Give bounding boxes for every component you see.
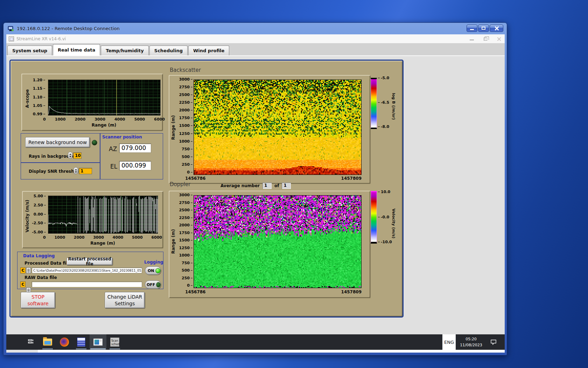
tick-label: 2.50 xyxy=(34,203,46,207)
tick-label: 1000 xyxy=(55,117,66,122)
velocity-plot xyxy=(48,196,158,234)
tick-label: -8.0 xyxy=(378,124,389,129)
change-lidar-settings-button[interactable]: Change LiDAR Settings xyxy=(105,292,145,308)
tab-real-time-data[interactable]: Real time data xyxy=(53,44,100,55)
data-logging-box: Data Logging Processed Data file Restart… xyxy=(17,252,163,289)
tab-system-setup[interactable]: System setup xyxy=(7,46,52,55)
remote-desktop-icon xyxy=(8,26,14,32)
velocity-x-axis-label: Range (m) xyxy=(48,241,158,246)
tick-label: 6000 xyxy=(154,117,165,122)
raw-logging-toggle[interactable]: OFF xyxy=(145,280,161,289)
stop-software-button[interactable]: STOP software xyxy=(21,292,55,308)
restart-processed-file-button[interactable]: Restart processed file xyxy=(66,258,113,265)
tick-label: 1750 xyxy=(179,231,192,235)
rdp-window: 192.168.0.122 - Remote Desktop Connectio… xyxy=(3,22,507,355)
backscatter-groupbox: Range (m) 300027502500225020001750150012… xyxy=(169,75,370,184)
tick-label: 2500 xyxy=(179,208,192,212)
close-button[interactable] xyxy=(490,25,503,32)
tab-wind-profile[interactable]: Wind profile xyxy=(188,46,229,55)
tick-label: 3000 xyxy=(179,193,192,197)
processed-drive-selector[interactable]: C xyxy=(20,267,26,273)
el-label: EL xyxy=(110,163,117,170)
tick-label: 1250 xyxy=(179,131,192,136)
tab-page: A-scope 1.201.151.101.050.99 01000200030… xyxy=(6,55,505,334)
tick-label: 1.05 xyxy=(33,103,45,108)
snr-spinner[interactable] xyxy=(74,167,78,174)
snr-value[interactable]: 1 xyxy=(79,168,92,174)
raw-data-file-label: RAW Data file xyxy=(24,275,57,280)
tick-label: 750 xyxy=(182,147,192,151)
rays-spinner[interactable] xyxy=(68,152,72,159)
scansched-line2: sched xyxy=(111,343,119,346)
tick-label: 0.00 xyxy=(34,212,46,217)
app-close-icon[interactable] xyxy=(497,37,501,41)
tick-label: 10.0 xyxy=(378,190,392,194)
remote-desktop-screen: StreamLine XR v14-6.vi System setup Real… xyxy=(6,34,505,353)
tab-scheduling[interactable]: Scheduling xyxy=(149,46,188,55)
logging-label: Logging xyxy=(144,260,163,265)
velocity-canvas xyxy=(48,196,158,233)
clock-date: 11/08/2023 xyxy=(456,342,486,348)
language-indicator[interactable]: ENG xyxy=(442,334,456,350)
average-number-value[interactable]: 1 xyxy=(262,183,272,189)
processed-data-file-label: Processed Data file xyxy=(24,261,70,266)
tick-label: -5.00 xyxy=(32,230,46,234)
tab-temp-humidity[interactable]: Temp/humidity xyxy=(101,46,149,55)
tick-label: 1.10 xyxy=(33,95,45,100)
tick-label: 1500 xyxy=(179,123,192,128)
scan-scheduler-icon: Scan sched xyxy=(110,338,119,347)
tick-label: 2000 xyxy=(74,235,85,240)
hidden-taskbar-strip xyxy=(38,350,505,353)
blue-document-app-button[interactable] xyxy=(73,334,90,350)
doppler-x-start: 1456786 xyxy=(185,289,205,294)
app-minimize-icon[interactable] xyxy=(470,40,474,40)
app-restore-icon[interactable] xyxy=(484,38,487,41)
tick-label: 2500 xyxy=(179,93,192,97)
clock[interactable]: 05:20 11/08/2023 xyxy=(456,336,486,348)
active-window-app-button[interactable] xyxy=(90,334,106,350)
minimize-button[interactable] xyxy=(467,25,477,32)
file-explorer-button[interactable] xyxy=(39,334,56,350)
close-icon xyxy=(495,26,499,30)
rdp-titlebar[interactable]: 192.168.0.122 - Remote Desktop Connectio… xyxy=(6,23,504,34)
processed-path-field[interactable]: C:\Lidar\Data\Proc\2023\202308\20230811\… xyxy=(31,267,142,273)
tick-label: 5.00 xyxy=(34,194,46,198)
notification-button[interactable] xyxy=(486,339,500,345)
el-value-field[interactable]: 000.099 xyxy=(119,161,151,170)
renew-background-button[interactable]: Renew background now xyxy=(25,137,90,148)
app-titlebar[interactable]: StreamLine XR v14-6.vi xyxy=(6,34,505,43)
tick-label: 0 xyxy=(43,235,46,240)
average-number-total: 1 xyxy=(282,183,291,189)
blue-document-app-icon xyxy=(77,338,85,347)
scanner-position-box: Scanner position AZ 079.000 EL 000.099 xyxy=(100,133,163,179)
az-value-field[interactable]: 079.000 xyxy=(119,143,151,153)
stop-line2: software xyxy=(27,300,48,307)
scan-scheduler-button[interactable]: Scan sched xyxy=(106,334,123,350)
tick-label: 1.15 xyxy=(33,86,45,91)
desktop: 192.168.0.122 - Remote Desktop Connectio… xyxy=(0,0,588,368)
raw-path-field[interactable] xyxy=(31,281,142,287)
firefox-button[interactable] xyxy=(56,334,73,350)
data-logging-title: Data Logging xyxy=(23,253,55,258)
average-number-row: Average number 1 of 1 xyxy=(220,183,291,189)
tick-label: -10.0 xyxy=(378,240,392,244)
off-label: OFF xyxy=(147,282,155,287)
task-view-button[interactable] xyxy=(22,334,39,350)
tick-label: 250 xyxy=(182,162,192,167)
maximize-button[interactable] xyxy=(478,25,489,32)
raw-drive-selector[interactable]: C xyxy=(20,281,26,287)
processed-browse-icon[interactable] xyxy=(26,267,31,273)
doppler-y-axis-label: Range (m) xyxy=(171,219,176,264)
tick-label: 2750 xyxy=(179,200,192,205)
ascope-canvas xyxy=(48,80,160,115)
rays-value[interactable]: 10 xyxy=(73,152,82,159)
tick-label: 5000 xyxy=(134,117,145,122)
change-line2: Settings xyxy=(115,300,135,307)
backscatter-y-ticks: 3000275025002250200017501500125010007505… xyxy=(176,77,192,175)
tick-label: 4000 xyxy=(114,117,125,122)
ascope-plot xyxy=(48,80,161,116)
processed-logging-toggle[interactable]: ON xyxy=(145,266,161,275)
file-explorer-icon xyxy=(43,339,52,346)
tick-label: 0.99 xyxy=(33,112,45,116)
average-number-label: Average number xyxy=(220,183,260,188)
